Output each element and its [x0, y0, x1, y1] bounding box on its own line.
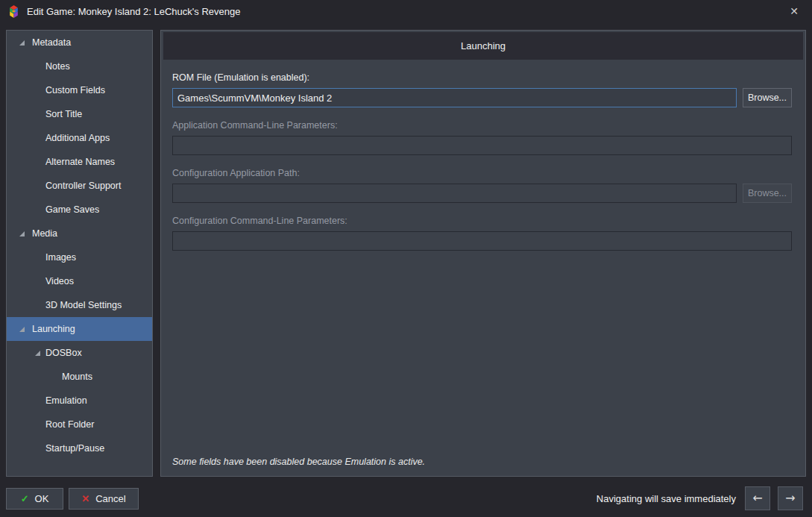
sidebar-item-label: DOSBox — [45, 348, 82, 358]
expander-icon[interactable] — [19, 327, 25, 332]
sidebar-item-images[interactable]: Images — [7, 245, 152, 269]
cancel-button[interactable]: ✕ Cancel — [69, 488, 139, 510]
app-cmdline-label: Application Command-Line Parameters: — [172, 120, 792, 131]
browse-config-button: Browse... — [743, 184, 792, 203]
launching-panel: Launching ROM File (Emulation is enabled… — [160, 30, 806, 477]
window-title: Edit Game: Monkey Island 2: LeChuck's Re… — [27, 6, 240, 17]
sidebar-item-label: Metadata — [32, 37, 71, 48]
sidebar-item-label: Additional Apps — [45, 133, 110, 143]
cancel-button-label: Cancel — [95, 493, 125, 504]
nav-area: Navigating will save immediately ← → — [597, 486, 803, 510]
sidebar-item-launching[interactable]: Launching — [7, 317, 152, 341]
sidebar-tree: Metadata Notes Custom Fields Sort Title … — [6, 30, 153, 477]
sidebar-item-custom-fields[interactable]: Custom Fields — [7, 78, 152, 102]
navigate-forward-button[interactable]: → — [778, 486, 803, 510]
arrow-right-icon: → — [785, 491, 795, 505]
check-icon: ✓ — [21, 493, 29, 504]
sidebar-item-mounts[interactable]: Mounts — [7, 365, 152, 389]
sidebar-item-label: 3D Model Settings — [45, 300, 122, 310]
sidebar-item-controller-support[interactable]: Controller Support — [7, 174, 152, 198]
sidebar-item-label: Videos — [45, 276, 74, 286]
fields-container: ROM File (Emulation is enabled): Browse.… — [161, 60, 805, 251]
sidebar-item-videos[interactable]: Videos — [7, 269, 152, 293]
panel-header: Launching — [163, 32, 803, 60]
navigate-back-button[interactable]: ← — [745, 486, 770, 510]
sidebar-item-metadata[interactable]: Metadata — [7, 31, 152, 54]
config-app-path-label: Configuration Application Path: — [172, 168, 792, 178]
config-cmdline-input — [172, 231, 792, 251]
sidebar-item-label: Controller Support — [45, 181, 121, 191]
sidebar-item-emulation[interactable]: Emulation — [7, 389, 152, 413]
sidebar-item-label: Custom Fields — [45, 85, 105, 95]
sidebar-item-label: Emulation — [45, 395, 87, 406]
config-app-path-input — [172, 184, 737, 203]
cross-icon: ✕ — [81, 493, 89, 504]
expander-icon[interactable] — [19, 231, 25, 236]
launchbox-logo-icon — [7, 5, 20, 18]
config-cmdline-label: Configuration Command-Line Parameters: — [172, 216, 792, 226]
expander-icon[interactable] — [19, 40, 25, 46]
nav-hint-text: Navigating will save immediately — [597, 493, 736, 504]
browse-rom-button[interactable]: Browse... — [743, 88, 792, 107]
sidebar-item-game-saves[interactable]: Game Saves — [7, 198, 152, 222]
sidebar-item-label: Launching — [32, 324, 75, 334]
arrow-left-icon: ← — [752, 491, 762, 505]
ok-button-label: OK — [35, 493, 49, 504]
sidebar-item-label: Sort Title — [45, 109, 82, 119]
sidebar-item-root-folder[interactable]: Root Folder — [7, 413, 152, 436]
sidebar-item-3d-model-settings[interactable]: 3D Model Settings — [7, 293, 152, 317]
sidebar-item-media[interactable]: Media — [7, 222, 152, 245]
close-icon[interactable]: ✕ — [784, 0, 805, 22]
app-cmdline-input — [172, 136, 792, 155]
sidebar-item-label: Root Folder — [45, 419, 94, 430]
sidebar-item-startup-pause[interactable]: Startup/Pause — [7, 436, 152, 460]
expander-icon[interactable] — [35, 351, 40, 356]
sidebar-item-dosbox[interactable]: DOSBox — [7, 341, 152, 365]
sidebar-item-label: Notes — [45, 61, 70, 72]
ok-button[interactable]: ✓ OK — [6, 488, 63, 510]
sidebar-item-label: Alternate Names — [45, 157, 115, 167]
sidebar-item-label: Images — [45, 252, 76, 263]
sidebar-item-notes[interactable]: Notes — [7, 54, 152, 78]
sidebar-item-label: Game Saves — [45, 204, 99, 215]
rom-file-label: ROM File (Emulation is enabled): — [172, 72, 792, 83]
title-bar: Edit Game: Monkey Island 2: LeChuck's Re… — [0, 0, 812, 22]
emulation-disabled-note: Some fields have been disabled because E… — [172, 457, 425, 467]
sidebar-item-label: Startup/Pause — [45, 443, 104, 454]
sidebar-item-label: Mounts — [62, 372, 92, 382]
sidebar-item-additional-apps[interactable]: Additional Apps — [7, 126, 152, 150]
sidebar-item-label: Media — [32, 228, 57, 239]
rom-file-input[interactable] — [172, 88, 737, 107]
sidebar-item-alternate-names[interactable]: Alternate Names — [7, 150, 152, 174]
sidebar-item-sort-title[interactable]: Sort Title — [7, 102, 152, 126]
